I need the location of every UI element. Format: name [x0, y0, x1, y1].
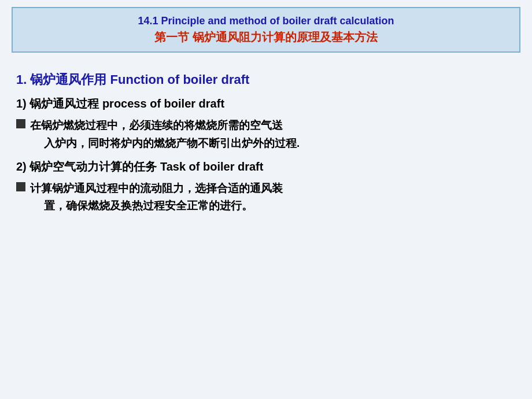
- header-english-title: 14.1 Principle and method of boiler draf…: [22, 14, 510, 28]
- bullet-square-icon: [16, 119, 25, 128]
- bullet-item-2: 计算锅炉通风过程中的流动阻力，选择合适的通风装 置，确保燃烧及换热过程安全正常的…: [16, 180, 516, 215]
- bullet-text-2-line2: 置，确保燃烧及换热过程安全正常的进行。: [44, 197, 283, 215]
- bullet-text-2-line1: 计算锅炉通风过程中的流动阻力，选择合适的通风装: [30, 180, 283, 197]
- section1-heading: 1. 锅炉通风作用 Function of boiler draft: [16, 70, 516, 89]
- bullet-text-1-line1: 在锅炉燃烧过程中，必须连续的将燃烧所需的空气送: [30, 117, 300, 134]
- subsection2-heading: 2) 锅炉空气动力计算的任务 Task of boiler draft: [16, 158, 516, 175]
- content-area: 1. 锅炉通风作用 Function of boiler draft 1) 锅炉…: [0, 58, 532, 399]
- header-box: 14.1 Principle and method of boiler draf…: [12, 7, 520, 53]
- bullet-text-1-line2: 入炉内，同时将炉内的燃烧产物不断引出炉外的过程.: [44, 135, 300, 152]
- header-chinese-title: 第一节 锅炉通风阻力计算的原理及基本方法: [22, 28, 510, 46]
- bullet-square-icon-2: [16, 182, 25, 191]
- subsection1-heading: 1) 锅炉通风过程 process of boiler draft: [16, 95, 516, 112]
- bullet-item-1: 在锅炉燃烧过程中，必须连续的将燃烧所需的空气送 入炉内，同时将炉内的燃烧产物不断…: [16, 117, 516, 152]
